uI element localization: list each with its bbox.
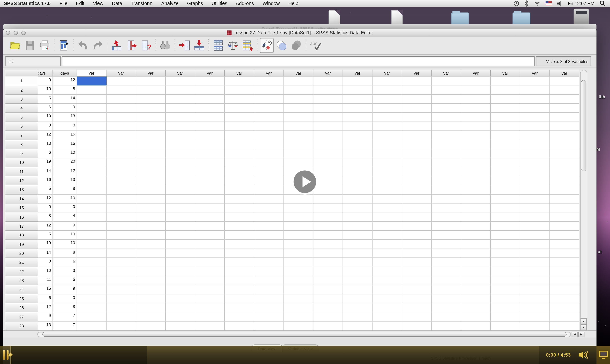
vertical-scroll-thumb[interactable] <box>581 80 586 171</box>
menu-bar-clock[interactable]: Fri 12:07 PM <box>568 0 595 6</box>
row-header[interactable]: 12 <box>5 176 38 185</box>
empty-cell[interactable] <box>402 204 431 213</box>
empty-cell[interactable] <box>77 294 107 303</box>
empty-cell[interactable] <box>313 195 343 204</box>
empty-cell[interactable] <box>550 77 579 86</box>
empty-cell[interactable] <box>461 303 491 312</box>
empty-cell[interactable] <box>195 95 225 104</box>
empty-cell[interactable] <box>195 276 225 285</box>
empty-cell[interactable] <box>77 285 107 294</box>
menu-add-ons[interactable]: Add-ons <box>232 0 258 6</box>
empty-cell[interactable] <box>343 285 373 294</box>
empty-cell[interactable] <box>166 231 195 240</box>
column-header-var[interactable]: var <box>136 70 166 77</box>
empty-cell[interactable] <box>550 258 579 267</box>
data-cell[interactable]: 14 <box>53 95 77 104</box>
empty-cell[interactable] <box>431 113 461 122</box>
data-cell[interactable]: 12 <box>38 195 53 204</box>
print-icon[interactable] <box>38 38 52 53</box>
data-cell[interactable]: 12 <box>38 131 53 140</box>
empty-cell[interactable] <box>254 303 284 312</box>
empty-cell[interactable] <box>107 140 136 149</box>
empty-cell[interactable] <box>136 322 166 331</box>
empty-cell[interactable] <box>195 249 225 258</box>
empty-cell[interactable] <box>225 176 254 185</box>
data-cell[interactable]: 5 <box>53 276 77 285</box>
empty-cell[interactable] <box>313 213 343 222</box>
weight-cases-icon[interactable] <box>226 38 240 53</box>
data-cell[interactable]: 8 <box>53 86 77 95</box>
empty-cell[interactable] <box>550 185 579 195</box>
data-cell[interactable]: 15 <box>53 131 77 140</box>
data-cell[interactable]: 9 <box>53 104 77 113</box>
data-cell[interactable]: 5 <box>38 95 53 104</box>
empty-cell[interactable] <box>166 176 195 185</box>
empty-cell[interactable] <box>254 258 284 267</box>
empty-cell[interactable] <box>254 285 284 294</box>
empty-cell[interactable] <box>491 221 520 231</box>
empty-cell[interactable] <box>166 122 195 131</box>
empty-cell[interactable] <box>313 267 343 276</box>
empty-cell[interactable] <box>520 86 550 95</box>
empty-cell[interactable] <box>254 86 284 95</box>
empty-cell[interactable] <box>225 195 254 204</box>
empty-cell[interactable] <box>166 140 195 149</box>
empty-cell[interactable] <box>520 267 550 276</box>
empty-cell[interactable] <box>136 149 166 158</box>
empty-cell[interactable] <box>107 267 136 276</box>
empty-cell[interactable] <box>431 195 461 204</box>
empty-cell[interactable] <box>225 276 254 285</box>
empty-cell[interactable] <box>225 303 254 312</box>
empty-cell[interactable] <box>136 77 166 86</box>
empty-cell[interactable] <box>550 294 579 303</box>
use-variable-sets-icon[interactable] <box>275 38 289 53</box>
row-header[interactable]: 26 <box>5 303 38 312</box>
empty-cell[interactable] <box>225 240 254 249</box>
empty-cell[interactable] <box>343 104 373 113</box>
empty-cell[interactable] <box>461 158 491 167</box>
empty-cell[interactable] <box>461 195 491 204</box>
empty-cell[interactable] <box>77 322 107 331</box>
empty-cell[interactable] <box>313 122 343 131</box>
spotlight-icon[interactable] <box>599 0 605 6</box>
empty-cell[interactable] <box>343 294 373 303</box>
empty-cell[interactable] <box>195 86 225 95</box>
empty-cell[interactable] <box>166 104 195 113</box>
empty-cell[interactable] <box>431 122 461 131</box>
empty-cell[interactable] <box>254 195 284 204</box>
empty-cell[interactable] <box>107 131 136 140</box>
empty-cell[interactable] <box>550 140 579 149</box>
empty-cell[interactable] <box>431 213 461 222</box>
empty-cell[interactable] <box>284 104 313 113</box>
empty-cell[interactable] <box>373 77 402 86</box>
empty-cell[interactable] <box>520 231 550 240</box>
empty-cell[interactable] <box>431 303 461 312</box>
row-header[interactable]: 20 <box>5 249 38 258</box>
empty-cell[interactable] <box>225 204 254 213</box>
empty-cell[interactable] <box>225 221 254 231</box>
empty-cell[interactable] <box>373 312 402 322</box>
empty-cell[interactable] <box>373 231 402 240</box>
empty-cell[interactable] <box>195 195 225 204</box>
empty-cell[interactable] <box>284 294 313 303</box>
row-header[interactable]: 28 <box>5 322 38 331</box>
empty-cell[interactable] <box>343 231 373 240</box>
empty-cell[interactable] <box>313 149 343 158</box>
empty-cell[interactable] <box>373 258 402 267</box>
empty-cell[interactable] <box>550 267 579 276</box>
empty-cell[interactable] <box>313 258 343 267</box>
empty-cell[interactable] <box>402 267 431 276</box>
empty-cell[interactable] <box>195 204 225 213</box>
input-language-flag-icon[interactable] <box>546 1 552 5</box>
empty-cell[interactable] <box>343 158 373 167</box>
empty-cell[interactable] <box>313 204 343 213</box>
empty-cell[interactable] <box>254 204 284 213</box>
empty-cell[interactable] <box>491 204 520 213</box>
empty-cell[interactable] <box>136 231 166 240</box>
empty-cell[interactable] <box>225 140 254 149</box>
empty-cell[interactable] <box>107 113 136 122</box>
empty-cell[interactable] <box>254 267 284 276</box>
column-header-days-1[interactable]: days <box>38 70 53 77</box>
zoom-window-button[interactable] <box>21 31 26 35</box>
empty-cell[interactable] <box>195 77 225 86</box>
